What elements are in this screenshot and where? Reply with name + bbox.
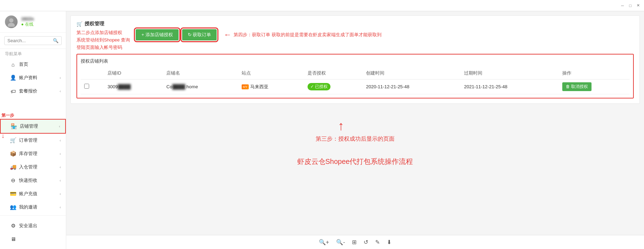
zoom-in-icon[interactable]: 🔍+ [319,239,329,245]
table-title: 授权店铺列表 [81,58,630,64]
cell-action[interactable]: 🗑 取消授权 [559,79,630,94]
sidebar-item-reject[interactable]: ⊖ 快递拒收 ‹ [0,174,66,187]
col-expire-time: 过期时间 [460,67,558,79]
reject-icon: ⊖ [10,177,16,184]
site-label: 马来西亚 [250,84,268,90]
chevron-right-icon: ‹ [60,138,61,142]
sidebar-item-home[interactable]: ⌂ 首页 [0,58,66,71]
flag-icon: MY [242,84,249,89]
sidebar-item-invite[interactable]: 👥 我的邀请 ‹ [0,200,66,214]
table-header-row: 店铺ID 店铺名 站点 是否授权 创建时间 过期时间 操作 [81,67,630,79]
sidebar-item-label: 账户资料 [19,75,37,81]
sidebar-footer: ⚙ 安全退出 🖥 [0,215,66,249]
page-title: 🛒 授权管理 [76,21,634,27]
sidebar-header: 1822s ● 在线 [0,11,66,33]
sidebar-item-inventory[interactable]: 📦 库存管理 ‹ [0,147,66,160]
table-section: 授权店铺列表 店铺ID 店铺名 站点 是否授权 创建时间 过期时间 [76,54,634,98]
recharge-icon: 💳 [10,191,16,197]
sidebar-item-logout[interactable]: ⚙ 安全退出 [0,219,66,232]
user-status: ● 在线 [21,21,34,27]
sidebar-item-order[interactable]: 🛒 订单管理 ‹ [0,134,66,147]
sidebar-item-label: 快递拒收 [19,177,37,184]
package-icon: 🏷 [10,88,16,94]
cell-checkbox[interactable] [81,79,104,94]
nav-label: 导航菜单 [0,49,66,58]
remove-auth-button[interactable]: 🗑 取消授权 [562,82,592,91]
home-icon: ⌂ [10,62,16,68]
col-action: 操作 [559,67,630,79]
col-create-time: 创建时间 [363,67,460,79]
chevron-right-icon: ‹ [59,124,60,128]
col-site: 站点 [238,67,304,79]
step3-annotation-area: ↑ 第三步：授权成功后显示的页面 [66,108,644,146]
sidebar-item-label: 库存管理 [19,151,37,157]
chevron-right-icon: ‹ [60,152,61,156]
svg-point-1 [8,23,15,27]
cell-create-time: 2020-11-12-21-25-48 [363,79,460,94]
chevron-right-icon: ‹ [60,89,61,93]
chevron-right-icon: ‹ [60,178,61,183]
page-content-area: 🛒 授权管理 第二步点添加店铺授权 系统管动转到Shopee 查询 登陆页面输入… [66,11,644,235]
row-checkbox[interactable] [84,84,89,89]
main-title-area: 虾皮云仓Shopee代打包系统操作流程 [66,146,644,173]
sidebar-item-monitor[interactable]: 🖥 [0,232,66,245]
download-icon[interactable]: ⬇ [387,239,391,245]
cell-expire-time: 2021-11-12-21-25-48 [460,79,558,94]
get-order-button[interactable]: ↻ 获取订单 [182,29,217,40]
inventory-icon: 📦 [10,151,16,157]
invite-icon: 👥 [10,204,16,210]
search-box-container: 🔍 [0,33,66,49]
col-store-id: 店铺ID [104,67,163,79]
avatar [5,15,18,28]
main-content: 🛒 授权管理 第二步点添加店铺授权 系统管动转到Shopee 查询 登陆页面输入… [66,11,644,249]
refresh-icon[interactable]: ↺ [364,239,368,245]
maximize-button[interactable]: □ [628,3,633,8]
add-store-button[interactable]: + 添加店铺授权 [136,29,178,40]
user-info: 1822s ● 在线 [21,16,34,27]
chevron-right-icon: ‹ [60,192,61,196]
sidebar-item-account[interactable]: 👤 账户资料 ‹ [0,71,66,84]
store-icon: 🏪 [11,123,17,129]
search-icon: 🔍 [53,38,58,43]
nav-items: 第一步 点店铺管理 店铺授权 ↓ ⌂ 首页 👤 账户资料 ‹ 🏷 套餐报价 ‹ … [0,58,66,215]
sidebar-item-label: 安全退出 [19,223,37,229]
sidebar: 1822s ● 在线 🔍 导航菜单 第一步 点店铺管理 店铺授权 ↓ ⌂ 首页 [0,11,66,249]
sidebar-item-label: 账户充值 [19,191,37,197]
monitor-icon: 🖥 [10,236,16,242]
sidebar-item-label: 订单管理 [19,137,37,143]
svg-point-0 [9,18,13,23]
title-bar: ─ □ ✕ [0,0,644,11]
col-store-name: 店铺名 [163,67,238,79]
sidebar-item-inbound[interactable]: 🚚 入仓管理 ‹ [0,160,66,174]
sidebar-item-label: 首页 [19,61,28,68]
search-input[interactable] [7,38,53,43]
step2-annotation: 第二步点添加店铺授权 系统管动转到Shopee 查询 登陆页面输入帐号密码 [76,29,130,51]
auth-buttons: + 添加店铺授权 ↻ 获取订单 ← 第四步：获取订单 获取的前提是需要在虾皮卖家… [136,29,381,40]
account-icon: 👤 [10,75,16,81]
store-table: 店铺ID 店铺名 站点 是否授权 创建时间 过期时间 操作 [81,67,630,94]
cell-store-name: Co████ home [163,79,238,94]
search-input-wrap[interactable]: 🔍 [4,36,62,45]
col-checkbox [81,67,104,79]
logout-icon: ⚙ [10,223,16,229]
authorized-badge: ✓ 已授权 [308,83,330,90]
zoom-out-icon[interactable]: 🔍- [336,239,345,245]
edit-icon[interactable]: ✎ [375,239,380,245]
cart-icon: 🛒 [76,21,82,27]
cell-store-id: 3009████ [104,79,163,94]
sidebar-item-label: 店铺管理 [20,123,38,129]
cell-site: MY 马来西亚 [238,79,304,94]
step4-annotation: ← 第四步：获取订单 获取的前提是需要在虾皮卖家端生成了面单才能获取到 [224,30,382,39]
window-controls: ─ □ ✕ [620,3,640,8]
grid-icon[interactable]: ⊞ [352,239,357,245]
sidebar-item-label: 入仓管理 [19,164,37,170]
sidebar-item-package[interactable]: 🏷 套餐报价 ‹ [0,84,66,98]
col-authorized: 是否授权 [304,67,363,79]
sidebar-item-recharge[interactable]: 💳 账户充值 ‹ [0,187,66,200]
chevron-right-icon: ‹ [60,205,61,209]
step3-annotation: 第三步：授权成功后显示的页面 [316,136,395,142]
close-button[interactable]: ✕ [636,3,640,8]
minimize-button[interactable]: ─ [620,3,625,8]
sidebar-item-store[interactable]: 🏪 店铺管理 ‹ [0,119,66,134]
main-title: 虾皮云仓Shopee代打包系统操作流程 [297,158,413,165]
